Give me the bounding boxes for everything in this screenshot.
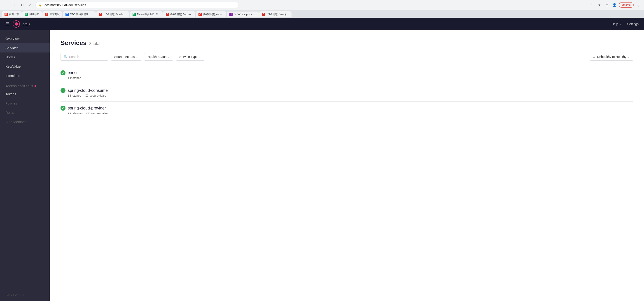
home-button[interactable]: ⌂ [27,2,34,8]
tab-favicon-5: M [132,13,136,16]
service-tag-text-1: secure=false [90,94,106,97]
browser-tab-0[interactable]: 百百度一下 [2,11,22,18]
service-name-0: consul [68,71,80,75]
search-icon: 🔍 [64,55,67,59]
service-meta-2: 2 instances ⌫ secure=false [68,111,633,115]
browser-tab-5[interactable]: MMaven整合JaCo C... [130,11,162,18]
app-container: ☰ dc1 ▾ Help ⌄ Settings Overview Service… [0,18,644,301]
service-list: ✓ consul 1 instance ✓ spring-cloud-consu… [60,66,633,119]
service-name-1: spring-cloud-consumer [68,88,109,93]
browser-tab-7[interactable]: C(26条消息) jcoco... [196,11,226,18]
service-tag-1: ⌫ secure=false [85,94,106,97]
access-controls-label: ACCESS CONTROLS [0,80,50,89]
sidebar-version: Consul v1.12.3 [0,289,50,301]
consul-logo-circle [13,20,20,28]
service-instances-2: 2 instances [68,111,83,115]
tab-favicon-8: J [230,13,232,16]
url-text: localhost:8500/ui/dc1/services [44,3,235,7]
health-status-chevron-icon: ⌄ [168,55,170,58]
health-check-icon-2: ✓ [60,106,66,111]
service-item-0[interactable]: ✓ consul 1 instance [60,66,633,84]
sidebar-item-intentions[interactable]: Intentions [0,71,50,80]
search-input[interactable] [69,55,105,59]
browser-tab-9[interactable]: C(27条消息) Java单... [259,11,292,18]
service-name-row-0: ✓ consul [60,70,633,75]
health-check-icon-0: ✓ [60,70,66,75]
service-meta-0: 1 instance [68,76,633,80]
share-button[interactable]: ⇧ [588,2,594,8]
dc-label: dc1 [22,22,28,26]
page-title: Services [60,39,86,47]
service-meta-1: 1 instance ⌫ secure=false [68,94,633,97]
sidebar-item-keyvalue[interactable]: Key/Value [0,62,50,71]
search-across-button[interactable]: Search Across ⌄ [111,53,141,61]
tab-favicon-3: T [66,13,69,16]
tab-button[interactable]: □ [604,2,610,8]
update-button[interactable]: Update [619,2,634,8]
dc-selector[interactable]: dc1 ▾ [22,22,30,26]
lock-icon: 🔒 [38,4,42,7]
browser-tab-4[interactable]: C(15条消息) 对Index... [96,11,130,18]
sort-chevron-icon: ⌄ [628,55,630,58]
service-instances-0: 1 instance [68,76,81,80]
dc-chevron-icon: ▾ [29,22,30,26]
main-layout: Overview Services Nodes Key/Value Intent… [0,30,644,301]
service-tag-2: ⌫ secure=false [86,111,108,115]
search-across-chevron-icon: ⌄ [136,55,138,58]
health-check-icon-1: ✓ [60,88,66,93]
tab-favicon-9: C [262,13,265,16]
sort-icon: ⇵ [593,55,596,59]
sidebar-item-overview[interactable]: Overview [0,34,50,43]
browser-tab-6[interactable]: C(26条消息) Jacoco... [163,11,196,18]
service-name-row-1: ✓ spring-cloud-consumer [60,88,633,93]
menu-button[interactable]: ⋮ [635,2,641,8]
tag-icon-2: ⌫ [86,112,90,115]
access-controls-dot [34,85,36,87]
page-count: 3 total [89,41,100,46]
back-button[interactable]: ← [3,2,9,8]
sidebar-item-tokens[interactable]: Tokens [0,89,50,99]
sidebar-item-policies: Policies [0,99,50,108]
sidebar-item-services[interactable]: Services [0,43,50,53]
address-bar[interactable]: 🔒 localhost:8500/ui/dc1/services [35,2,238,8]
service-item-2[interactable]: ✓ spring-cloud-provider 2 instances ⌫ se… [60,102,633,119]
settings-link[interactable]: Settings [627,22,638,26]
browser-tab-2[interactable]: 京京东商城 [42,11,62,18]
sidebar-item-nodes[interactable]: Nodes [0,53,50,62]
reload-button[interactable]: ↻ [19,2,25,8]
health-status-button[interactable]: Health Status ⌄ [144,53,173,61]
forward-button[interactable]: → [11,2,17,8]
service-tag-text-2: secure=false [91,111,108,115]
service-item-1[interactable]: ✓ spring-cloud-consumer 1 instance ⌫ sec… [60,84,633,102]
service-name-row-2: ✓ spring-cloud-provider [60,106,633,111]
sidebar: Overview Services Nodes Key/Value Intent… [0,30,50,301]
top-nav-right: Help ⌄ Settings [612,22,638,26]
tab-favicon-2: 京 [45,13,48,16]
filters-bar: 🔍 Search Across ⌄ Health Status ⌄ Servic… [60,53,633,61]
consul-logo [13,20,20,28]
search-wrapper[interactable]: 🔍 [60,53,108,61]
profile-button[interactable]: 👤 [611,2,618,8]
help-link[interactable]: Help ⌄ [612,22,622,26]
hamburger-icon[interactable]: ☰ [6,22,9,27]
main-content: Services 3 total 🔍 Search Across ⌄ Healt… [50,30,644,301]
browser-tab-3[interactable]: TTiDB 新特性漫谈：... [63,11,96,18]
tag-icon-1: ⌫ [85,94,88,97]
bookmark-button[interactable]: ★ [596,2,602,8]
service-instances-1: 1 instance [68,94,81,97]
browser-tab-1[interactable]: 网网址导航 [22,11,42,18]
service-name-2: spring-cloud-provider [68,106,106,111]
tab-favicon-0: 百 [4,13,8,16]
browser-tab-8[interactable]: JJaCoCo import tro... [227,12,259,18]
browser-tabs: 百百度一下网网址导航京京东商城TTiDB 新特性漫谈：...C(15条消息) 对… [0,10,644,18]
tab-favicon-6: C [166,13,169,16]
sidebar-item-roles: Roles [0,108,50,117]
browser-right-icons: ⇧ ★ □ 👤 Update ⋮ [588,2,641,8]
top-nav: ☰ dc1 ▾ Help ⌄ Settings [0,18,644,30]
sort-button[interactable]: ⇵ Unhealthy to Healthy ⌄ [590,53,633,61]
service-type-button[interactable]: Service Type ⌄ [176,53,204,61]
tab-favicon-4: C [99,13,102,16]
browser-toolbar: ← → ↻ ⌂ 🔒 localhost:8500/ui/dc1/services… [0,0,644,10]
help-chevron-icon: ⌄ [619,22,622,26]
tab-favicon-7: C [198,13,202,16]
